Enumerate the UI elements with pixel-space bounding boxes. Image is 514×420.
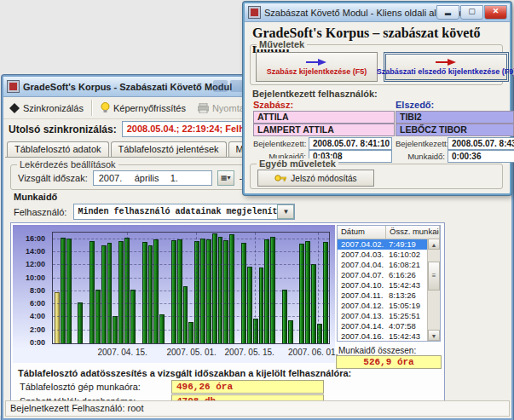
chart-bar[interactable] <box>323 242 328 343</box>
elszedo-worktime-label: Munkaidő: <box>396 152 445 161</box>
chart-bar-slot <box>90 233 95 343</box>
chart-bar[interactable] <box>259 268 264 343</box>
chart-bar-slot <box>270 233 275 343</box>
chart-bar[interactable] <box>90 241 95 343</box>
chart-bar[interactable] <box>78 302 83 343</box>
password-change-button[interactable]: Jelszó módosítás <box>257 170 374 187</box>
client-maximize-button[interactable]: ▢ <box>460 5 483 20</box>
date-picker[interactable]: 2007. április 1. <box>93 170 212 186</box>
password-change-label: Jelszó módosítás <box>291 174 356 183</box>
query-settings-label: Lekérdezés beállítások <box>17 159 118 170</box>
chart-bar[interactable] <box>183 286 188 343</box>
status-bar: Bejelnetkezett Felhasználó: root <box>5 400 510 417</box>
table-row[interactable]: 2007.04.03.16:10:02 <box>338 250 440 260</box>
chart-bar[interactable] <box>264 239 269 343</box>
chart-bar-slot <box>188 233 193 343</box>
chart-bar-slot <box>55 233 60 343</box>
table-row[interactable]: 2007.04.16.15:42:43 <box>338 331 440 342</box>
chart-bar-slot <box>206 233 211 343</box>
y-axis-tick-label: 0:00 <box>13 338 45 347</box>
chart-bar[interactable] <box>148 245 153 343</box>
table-row[interactable]: 2007.04.04.16:08:21 <box>338 260 440 270</box>
chart-bar-slot <box>299 233 304 343</box>
chart-bar-slot <box>223 233 228 343</box>
chart-bar[interactable] <box>55 292 60 343</box>
date-month: április <box>135 173 170 183</box>
y-axis-tick-label: 12:00 <box>13 260 45 268</box>
table-cell: 2007.04.10. <box>338 280 385 291</box>
chart-bar[interactable] <box>305 241 310 343</box>
scroll-thumb[interactable]: ≡ <box>428 262 440 291</box>
tab-tablafeloszto-adatok[interactable]: Táblafelosztó adatok <box>7 141 109 158</box>
client-minimize-button[interactable]: ▂ <box>436 5 459 20</box>
chart-bar-slot <box>294 233 299 343</box>
sync-button[interactable]: Szinkronizálás <box>3 98 90 118</box>
scroll-up-icon[interactable]: ▲ <box>428 239 440 250</box>
chart-bar[interactable] <box>188 322 193 343</box>
x-axis-tick-label: 2007. 05. 15. <box>225 348 274 357</box>
chart-bar-slot <box>305 233 310 343</box>
column-header-munkaido[interactable]: Össz. munkaidő <box>386 226 440 239</box>
table-row[interactable]: 2007.04.10.15:42:43 <box>338 280 440 291</box>
total-worktime-value: 526,9 óra <box>336 355 442 369</box>
scroll-down-icon[interactable]: ▼ <box>428 330 440 341</box>
main-window-icon <box>7 80 20 93</box>
gridline <box>53 264 329 265</box>
chart-bar[interactable] <box>223 240 228 343</box>
sync-icon <box>9 103 20 113</box>
machine-hours-value: 496,26 óra <box>171 380 324 394</box>
y-axis-tick-label: 2:00 <box>13 325 45 334</box>
chart-bar[interactable] <box>118 241 124 343</box>
chart-bar-slot <box>84 233 89 343</box>
chart-bar-slot <box>288 233 293 343</box>
gridline <box>53 330 329 331</box>
chart-bar[interactable] <box>299 244 304 343</box>
table-row[interactable]: 2007.04.12.15:05:19 <box>338 301 440 311</box>
szabasz-logout-button[interactable]: Szabász kijelentkezése (F5) <box>256 52 378 82</box>
chart-bar[interactable] <box>288 320 293 343</box>
table-row[interactable]: 2007.04.11.8:13:26 <box>338 291 440 301</box>
chart-bar-slot <box>78 233 83 343</box>
table-row[interactable]: 2007.04.14.4:07:58 <box>338 321 440 331</box>
chart-bar[interactable] <box>241 243 246 343</box>
chart-bar[interactable] <box>153 239 159 343</box>
table-row[interactable]: 2007.04.07.6:16:26 <box>338 270 440 280</box>
combobox-arrow-icon[interactable]: ▼ <box>277 204 294 219</box>
szabasz-name-field: LAMPERT ATTILA <box>253 124 395 136</box>
elszedo-logout-button[interactable]: Szabászati elszedő kijelentkezése (F9) <box>384 52 509 82</box>
elszedo-code-field: TIBI2 <box>396 111 514 124</box>
elszedo-logout-label: Szabászati elszedő kijelentkezése (F9) <box>377 67 514 76</box>
chart-bar-slot <box>200 233 205 343</box>
column-header-datum[interactable]: Dátum <box>338 226 386 239</box>
table-row[interactable]: 2007.04.13.15:25:51 <box>338 311 440 321</box>
chart-bar[interactable] <box>107 243 113 343</box>
chart-bar[interactable] <box>212 233 217 343</box>
chart-bar-slot <box>159 233 165 343</box>
chart-bar[interactable] <box>206 239 211 343</box>
chart-bar[interactable] <box>229 234 234 343</box>
printer-icon <box>198 103 209 113</box>
worktime-list[interactable]: Dátum Össz. munkaidő 2007.04.02.7:49:192… <box>337 225 441 342</box>
chart-bar-slot <box>235 233 240 343</box>
chart-bar[interactable] <box>171 240 176 343</box>
refresh-button[interactable]: Képernyőfrissítés <box>95 98 192 118</box>
chart-bar[interactable] <box>101 245 107 343</box>
calendar-dropdown-button[interactable]: ▦▾ <box>217 170 234 186</box>
toolbar-separator <box>91 100 93 116</box>
chart-bar-slot <box>136 233 141 343</box>
total-worktime-label: Munkaidő összesen: <box>338 346 416 355</box>
szabasz-login-time: 2008.05.07. 8:41:10 <box>309 137 392 150</box>
szabasz-login-label: Bejelentkezett: <box>253 139 306 148</box>
gridline <box>196 233 197 343</box>
chart-bar[interactable] <box>177 239 182 343</box>
list-scrollbar[interactable]: ▲ ≡ ▼ <box>427 239 440 341</box>
list-header[interactable]: Dátum Össz. munkaidő <box>338 226 440 239</box>
x-axis-tick-label: 2007. 05. 01. <box>166 348 216 357</box>
minimize-button[interactable] <box>213 80 228 92</box>
chart-bar[interactable] <box>142 242 147 343</box>
tab-tablafeloszto-jelentesek[interactable]: Táblafelosztó jelentések <box>111 141 227 158</box>
client-close-button[interactable]: ✕ <box>484 5 507 20</box>
user-combobox[interactable]: Minden felhasználó adatainak megjeleníté… <box>73 204 295 220</box>
machine-hours-label: Táblafelosztó gép munkaóra: <box>20 382 171 392</box>
table-row[interactable]: 2007.04.02.7:49:19 <box>338 239 440 250</box>
